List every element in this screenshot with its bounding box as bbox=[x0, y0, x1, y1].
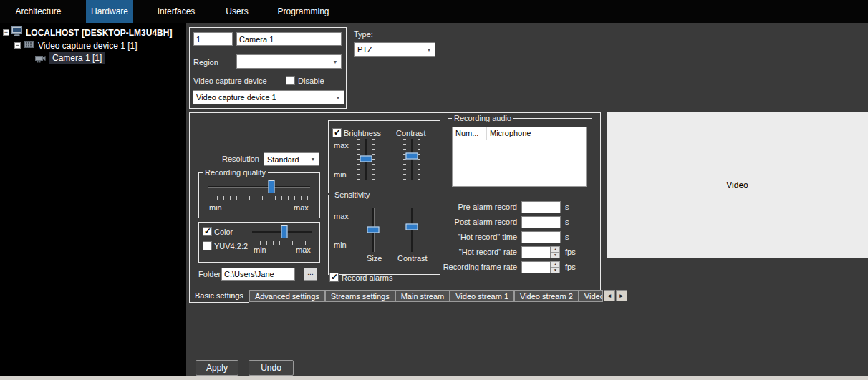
slider-thumb[interactable] bbox=[360, 155, 372, 162]
brightness-min-label: min bbox=[334, 170, 347, 179]
spinner-up-icon[interactable]: ▲ bbox=[551, 246, 560, 253]
contrast-slider[interactable] bbox=[402, 139, 421, 180]
recording-quality-min-label: min bbox=[209, 203, 222, 212]
tree-item-capture-device[interactable]: Video capture device 1 [1] bbox=[38, 41, 138, 51]
slider-thumb[interactable] bbox=[269, 180, 275, 193]
recording-quality-slider[interactable] bbox=[208, 180, 310, 195]
yuv-checkbox[interactable] bbox=[203, 241, 212, 250]
pre-alarm-record-label: Pre-alarm record bbox=[438, 203, 517, 211]
slider-thumb[interactable] bbox=[281, 225, 288, 238]
audio-col-empty bbox=[569, 127, 586, 140]
spinner-up-icon[interactable]: ▲ bbox=[551, 261, 560, 268]
type-select-value: PTZ bbox=[355, 45, 423, 54]
color-checkbox[interactable] bbox=[203, 227, 212, 236]
slider-thumb[interactable] bbox=[406, 224, 418, 230]
sensitivity-title: Sensitivity bbox=[332, 190, 372, 199]
type-select[interactable]: PTZ ▼ bbox=[354, 42, 435, 57]
video-preview-label: Video bbox=[726, 180, 748, 190]
color-label: Color bbox=[214, 228, 233, 236]
tree-item-localhost[interactable]: LOCALHOST [DESKTOP-LM3U4BH] bbox=[26, 28, 172, 38]
tab-video-stream-1[interactable]: Video stream 1 bbox=[450, 290, 514, 302]
recording-frame-rate-spinner[interactable]: ▲ ▼ bbox=[551, 261, 560, 273]
color-max-label: max bbox=[296, 245, 311, 254]
recording-audio-header: Num... Microphone bbox=[453, 127, 586, 140]
disable-checkbox[interactable] bbox=[286, 76, 295, 85]
tab-video-stream-2[interactable]: Video stream 2 bbox=[514, 290, 579, 302]
hot-record-rate-input[interactable] bbox=[521, 246, 551, 258]
tab-streams-settings[interactable]: Streams settings bbox=[325, 290, 395, 302]
nav-tab-users[interactable]: Users bbox=[217, 0, 257, 23]
post-alarm-record-label: Post-alarm record bbox=[438, 218, 517, 226]
tree-item-camera-selected[interactable]: Camera 1 [1] bbox=[49, 52, 105, 64]
tab-main-stream[interactable]: Main stream bbox=[395, 290, 450, 302]
sensitivity-size-label: Size bbox=[367, 254, 382, 263]
slider-track bbox=[208, 186, 310, 188]
capture-device-select-value: Video capture device 1 bbox=[193, 93, 332, 102]
recording-audio-table[interactable]: Num... Microphone bbox=[452, 127, 587, 187]
slider-ticks bbox=[254, 241, 311, 245]
chevron-down-icon[interactable]: ▼ bbox=[307, 153, 319, 165]
slider-track bbox=[411, 139, 413, 180]
sensitivity-size-slider[interactable] bbox=[364, 208, 382, 252]
hot-record-time-unit: s bbox=[565, 233, 569, 241]
device-tree-panel bbox=[0, 23, 186, 376]
post-alarm-record-unit: s bbox=[565, 218, 569, 226]
type-label: Type: bbox=[354, 30, 373, 39]
recording-audio-title: Recording audio bbox=[452, 114, 513, 122]
color-slider[interactable] bbox=[252, 225, 312, 240]
spinner-down-icon[interactable]: ▼ bbox=[551, 253, 560, 259]
nav-tab-hardware[interactable]: Hardware bbox=[86, 0, 133, 23]
bottom-strip bbox=[0, 376, 868, 380]
video-preview-panel: Video bbox=[607, 112, 868, 258]
chevron-down-icon[interactable]: ▼ bbox=[332, 91, 344, 104]
folder-browse-button[interactable]: ... bbox=[304, 268, 317, 281]
chevron-down-icon[interactable]: ▼ bbox=[329, 55, 341, 68]
sensitivity-groupbox bbox=[328, 195, 440, 275]
audio-col-microphone: Microphone bbox=[487, 127, 569, 140]
sensitivity-contrast-slider[interactable] bbox=[402, 208, 421, 252]
slider-ticks bbox=[418, 139, 420, 180]
record-alarms-checkbox[interactable] bbox=[329, 273, 339, 282]
camera-number-input[interactable] bbox=[193, 32, 233, 46]
tab-advanced-settings[interactable]: Advanced settings bbox=[249, 290, 325, 302]
slider-ticks bbox=[372, 139, 375, 180]
capture-device-select[interactable]: Video capture device 1 ▼ bbox=[193, 90, 344, 104]
resolution-select[interactable]: Standard ▼ bbox=[264, 152, 319, 166]
hot-record-time-input[interactable] bbox=[521, 231, 561, 243]
brightness-checkbox[interactable] bbox=[332, 128, 342, 137]
folder-label: Folder bbox=[198, 270, 221, 278]
apply-button[interactable]: Apply bbox=[196, 360, 238, 376]
nav-tab-interfaces[interactable]: Interfaces bbox=[149, 0, 203, 23]
nav-tab-architecture[interactable]: Architecture bbox=[4, 0, 72, 23]
recording-quality-title: Recording quality bbox=[203, 168, 268, 177]
sensitivity-max-label: max bbox=[334, 212, 349, 220]
post-alarm-record-input[interactable] bbox=[521, 216, 561, 228]
collapse-icon[interactable]: − bbox=[14, 42, 21, 49]
undo-button[interactable]: Undo bbox=[249, 360, 294, 376]
nav-tab-programming[interactable]: Programming bbox=[269, 0, 337, 23]
tab-scroll-right-icon[interactable]: ► bbox=[616, 290, 627, 301]
audio-col-num: Num... bbox=[453, 127, 487, 140]
computer-icon bbox=[11, 26, 23, 39]
hot-record-rate-spinner[interactable]: ▲ ▼ bbox=[551, 246, 560, 258]
tab-video[interactable]: Video bbox=[579, 290, 603, 302]
brightness-contrast-label: Contrast bbox=[396, 129, 426, 137]
recording-frame-rate-input[interactable] bbox=[521, 261, 551, 273]
hot-record-time-label: "Hot record" time bbox=[438, 233, 517, 241]
disable-label: Disable bbox=[298, 77, 324, 85]
slider-thumb[interactable] bbox=[367, 227, 380, 233]
camera-icon bbox=[35, 53, 48, 66]
brightness-slider[interactable] bbox=[357, 139, 375, 180]
tab-scroll-left-icon[interactable]: ◄ bbox=[604, 290, 615, 301]
camera-name-input[interactable] bbox=[236, 32, 342, 46]
chevron-down-icon[interactable]: ▼ bbox=[423, 43, 435, 56]
collapse-icon[interactable]: − bbox=[3, 29, 9, 36]
hot-record-rate-label: "Hot record" rate bbox=[438, 248, 517, 256]
spinner-down-icon[interactable]: ▼ bbox=[551, 268, 560, 274]
region-select[interactable]: ▼ bbox=[236, 54, 342, 69]
recording-frame-rate-unit: fps bbox=[565, 263, 576, 271]
tab-basic-settings[interactable]: Basic settings bbox=[189, 289, 249, 303]
pre-alarm-record-input[interactable] bbox=[521, 201, 561, 213]
slider-thumb[interactable] bbox=[406, 153, 418, 160]
folder-input[interactable] bbox=[221, 268, 295, 281]
